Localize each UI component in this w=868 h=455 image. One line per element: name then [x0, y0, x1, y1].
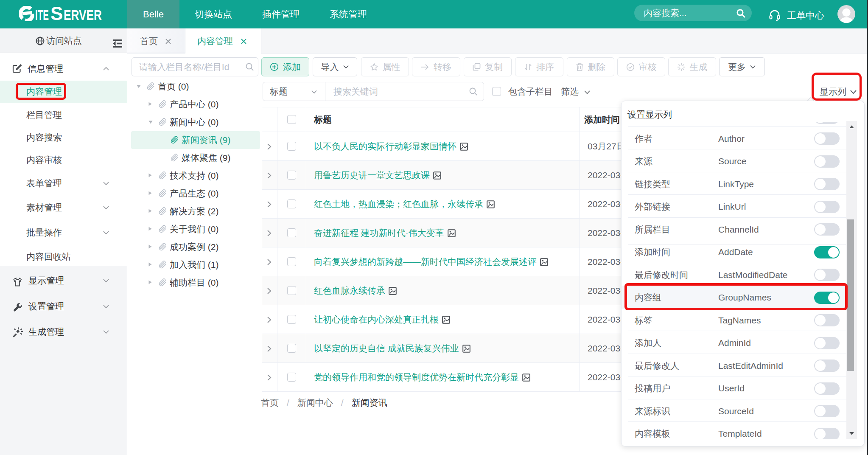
svg-text:S: S	[50, 3, 63, 24]
svg-text:ERVER: ERVER	[64, 7, 102, 23]
svg-text:ITE: ITE	[35, 7, 49, 23]
